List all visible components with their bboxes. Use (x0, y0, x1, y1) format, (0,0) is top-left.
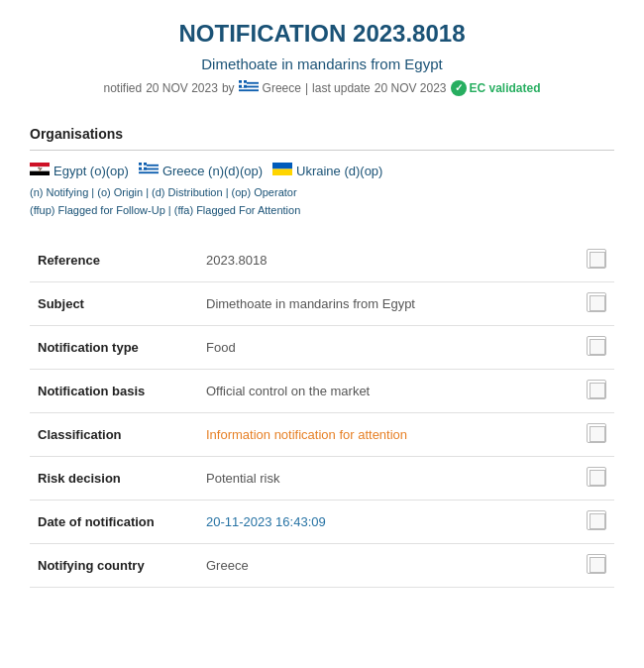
copy-button[interactable] (587, 336, 606, 356)
validated-badge: ✓ EC validated (451, 80, 541, 96)
svg-rect-10 (30, 171, 50, 175)
table-row: SubjectDimethoate in mandarins from Egyp… (30, 282, 614, 326)
copy-cell (579, 239, 614, 282)
organisations-legend: (n) Notifying | (o) Origin | (d) Distrib… (30, 184, 614, 219)
by-label: by (222, 81, 235, 95)
copy-cell (579, 457, 614, 501)
field-value: Dimethoate in mandarins from Egypt (198, 282, 579, 326)
field-label: Risk decision (30, 457, 198, 501)
validated-label: EC validated (470, 81, 541, 95)
field-label: Notification basis (30, 370, 198, 413)
org-egypt-label: Egypt (o)(op) (54, 164, 129, 178)
field-label: Subject (30, 282, 198, 326)
flag-greece-icon (139, 163, 159, 178)
field-value: Food (198, 326, 579, 370)
svg-rect-4 (239, 91, 259, 93)
notification-meta: notified 20 NOV 2023 by Greece | last up… (30, 80, 614, 96)
copy-cell (579, 370, 614, 413)
table-row: Notifying countryGreece (30, 544, 614, 588)
flag-ukraine-icon (272, 163, 292, 178)
notified-label: notified (103, 81, 142, 95)
table-row: Notification basisOfficial control on th… (30, 370, 614, 413)
org-ukraine-label: Ukraine (d)(op) (296, 164, 382, 178)
validated-check-icon: ✓ (451, 80, 467, 96)
page-subtitle: Dimethoate in mandarins from Egypt (30, 56, 614, 72)
organisations-row: 🦅 Egypt (o)(op) Greece (n)(d)(op) (30, 163, 614, 178)
copy-button[interactable] (587, 380, 606, 399)
table-row: Reference2023.8018 (30, 239, 614, 282)
table-row: Notification typeFood (30, 326, 614, 370)
field-label: Reference (30, 239, 198, 282)
page-title: NOTIFICATION 2023.8018 (30, 20, 614, 48)
field-value: 2023.8018 (198, 239, 579, 282)
svg-rect-19 (139, 166, 147, 167)
last-update-date: 20 NOV 2023 (375, 81, 447, 95)
copy-cell (579, 501, 614, 544)
flag-egypt-icon: 🦅 (30, 163, 50, 178)
copy-cell (579, 413, 614, 457)
copy-button[interactable] (587, 423, 606, 443)
copy-cell (579, 544, 614, 588)
svg-rect-20 (272, 163, 292, 169)
svg-rect-16 (139, 173, 159, 175)
organisations-title: Organisations (30, 126, 614, 142)
svg-rect-15 (139, 169, 159, 171)
notified-date: 20 NOV 2023 (146, 81, 218, 95)
legend-line1: (n) Notifying | (o) Origin | (d) Distrib… (30, 184, 614, 202)
org-greece: Greece (n)(d)(op) (139, 163, 263, 178)
separator1: | (305, 81, 308, 95)
svg-text:🦅: 🦅 (38, 167, 43, 171)
field-label: Notifying country (30, 544, 198, 588)
field-value: 20-11-2023 16:43:09 (198, 501, 579, 544)
copy-button[interactable] (587, 467, 606, 487)
legend-line2: (ffup) Flagged for Follow-Up | (ffa) Fla… (30, 202, 614, 220)
divider-orgs (30, 150, 614, 151)
org-egypt: 🦅 Egypt (o)(op) (30, 163, 129, 178)
copy-button[interactable] (587, 510, 606, 530)
details-table: Reference2023.8018SubjectDimethoate in m… (30, 239, 614, 588)
copy-button[interactable] (587, 554, 606, 574)
table-row: Risk decisionPotential risk (30, 457, 614, 501)
field-value: Greece (198, 544, 579, 588)
table-row: Date of notification20-11-2023 16:43:09 (30, 501, 614, 544)
copy-cell (579, 326, 614, 370)
svg-rect-7 (239, 83, 247, 85)
svg-rect-21 (272, 169, 292, 176)
last-update-label: last update (312, 81, 371, 95)
org-ukraine: Ukraine (d)(op) (272, 163, 382, 178)
field-value: Potential risk (198, 457, 579, 501)
copy-button[interactable] (587, 292, 606, 312)
copy-cell (579, 282, 614, 326)
svg-rect-3 (239, 87, 259, 89)
field-value: Official control on the market (198, 370, 579, 413)
table-row: ClassificationInformation notification f… (30, 413, 614, 457)
field-label: Date of notification (30, 501, 198, 544)
copy-button[interactable] (587, 249, 606, 269)
field-label: Classification (30, 413, 198, 457)
org-greece-label: Greece (n)(d)(op) (162, 164, 263, 178)
field-label: Notification type (30, 326, 198, 370)
notifying-country-name: Greece (263, 81, 301, 95)
organisations-section: Organisations 🦅 Egypt (o)(op) (30, 126, 614, 219)
field-value: Information notification for attention (198, 413, 579, 457)
notifying-country-flag (239, 80, 259, 96)
